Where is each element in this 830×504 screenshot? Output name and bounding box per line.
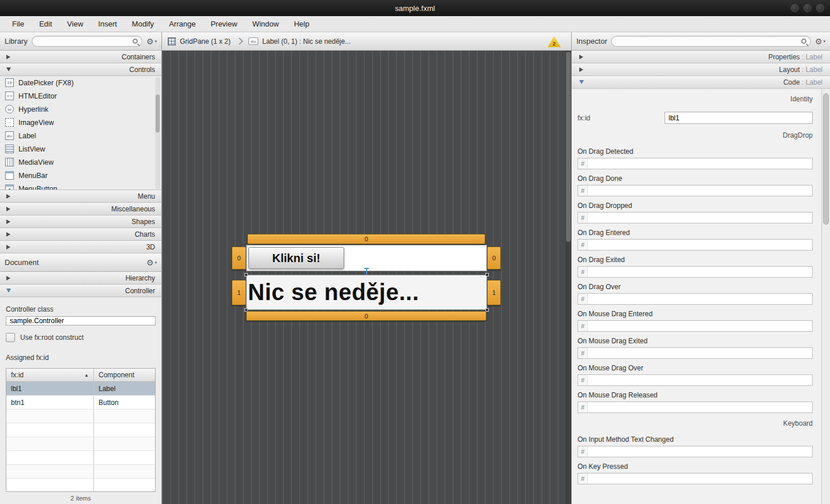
library-menu-button[interactable]: ⚙▾ — [146, 37, 157, 46]
selection-handle[interactable] — [244, 273, 248, 276]
section-controller[interactable]: Controller — [0, 285, 161, 297]
search-icon — [801, 39, 806, 44]
section-shapes[interactable]: Shapes — [0, 215, 161, 228]
keyboard-header: Keyboard — [572, 413, 813, 430]
grid-column-header[interactable]: 0 — [247, 234, 485, 244]
field-label: On Drag Over — [578, 283, 813, 291]
on-drag-done-input[interactable] — [588, 185, 812, 196]
breadcrumb: GridPane (1 x 2) abc Label (0, 1) : Nic … — [162, 32, 571, 51]
canvas-button[interactable]: Klikni si! — [248, 247, 344, 269]
library-item-label: Label — [18, 132, 36, 140]
menu-preview[interactable]: Preview — [203, 16, 244, 32]
on-mouse-drag-over-input[interactable] — [588, 375, 812, 385]
menu-modify[interactable]: Modify — [124, 16, 161, 32]
inspector-section-properties[interactable]: Properties : Label — [572, 51, 830, 63]
canvas-scrollbar-thumb[interactable] — [566, 52, 571, 242]
design-canvas[interactable]: 0 0 Klikni si! 0 1 — [162, 51, 571, 504]
section-containers[interactable]: Containers — [0, 51, 161, 63]
inspector-search-input[interactable] — [616, 38, 801, 45]
menu-edit[interactable]: Edit — [32, 16, 59, 32]
library-search-input[interactable] — [36, 38, 133, 45]
on-input-method-text-changed-input[interactable] — [588, 446, 812, 457]
hash-prefix: # — [578, 267, 588, 277]
minimize-button[interactable] — [791, 4, 799, 12]
table-row-lbl1[interactable]: lbl1 Label — [6, 382, 155, 396]
selection-handle[interactable] — [485, 273, 489, 276]
menubar-icon — [5, 171, 14, 180]
section-hierarchy[interactable]: Hierarchy — [0, 272, 161, 285]
grid-row1-left-label: 1 — [237, 289, 240, 296]
breadcrumb-label[interactable]: abc Label (0, 1) : Nic se neděje... — [248, 37, 350, 46]
section-menu-label: Menu — [14, 192, 155, 200]
on-drag-dropped-input[interactable] — [588, 213, 812, 223]
on-drag-entered-input[interactable] — [588, 240, 812, 250]
document-menu-button[interactable]: ⚙▾ — [146, 258, 157, 267]
on-mouse-drag-exited-input[interactable] — [588, 348, 812, 358]
dragdrop-header: DragDrop — [572, 125, 813, 142]
fxroot-checkbox[interactable] — [6, 333, 15, 342]
column-header-fxid[interactable]: fx:id ▲ — [6, 369, 94, 381]
library-item-mediaview[interactable]: MediaView — [0, 156, 161, 169]
fxid-input[interactable] — [665, 112, 813, 124]
inspector-panel: Inspector ⚙▾ Properties : Label Layout :… — [571, 32, 830, 504]
on-drag-detected-input[interactable] — [588, 158, 812, 169]
on-drag-exited-input[interactable] — [588, 267, 812, 277]
library-scrollbar[interactable] — [155, 77, 160, 189]
inspector-search[interactable] — [611, 36, 810, 47]
library-item-label: ListView — [18, 145, 45, 153]
field-on-drag-exited: On Drag Exited # — [578, 256, 813, 278]
section-menu[interactable]: Menu — [0, 190, 161, 203]
on-mouse-drag-released-input[interactable] — [588, 402, 812, 412]
menu-file[interactable]: File — [5, 16, 32, 32]
library-item-datepicker[interactable]: DatePicker (FX8) — [0, 76, 161, 89]
grid-row0-right-header[interactable]: 0 — [487, 247, 501, 270]
grid-row0-left-header[interactable]: 0 — [232, 247, 246, 270]
grid-row0-right-label: 0 — [492, 255, 496, 262]
maximize-button[interactable] — [803, 4, 812, 12]
breadcrumb-gridpane-label: GridPane (1 x 2) — [180, 37, 231, 46]
column-header-component[interactable]: Component — [94, 369, 155, 381]
library-search[interactable] — [32, 36, 142, 47]
on-drag-over-input[interactable] — [588, 294, 812, 304]
library-item-hyperlink[interactable]: Hyperlink — [0, 103, 161, 116]
library-item-menubutton[interactable]: MenuButton — [0, 182, 161, 190]
inspector-menu-button[interactable]: ⚙▾ — [815, 37, 825, 46]
chevron-right-icon — [6, 207, 10, 211]
section-controls[interactable]: Controls — [0, 63, 161, 76]
menu-arrange[interactable]: Arrange — [161, 16, 203, 32]
library-scrollbar-thumb[interactable] — [156, 94, 160, 132]
on-mouse-drag-entered-input[interactable] — [588, 321, 812, 331]
controller-class-input[interactable] — [6, 316, 156, 325]
menu-view[interactable]: View — [59, 16, 90, 32]
chevron-down-icon — [6, 289, 11, 293]
section-hierarchy-label: Hierarchy — [14, 274, 155, 282]
menu-insert[interactable]: Insert — [90, 16, 124, 32]
grid-row1-left-header[interactable]: 1 — [232, 280, 246, 305]
section-3d[interactable]: 3D — [0, 241, 161, 253]
library-item-menubar[interactable]: MenuBar — [0, 169, 161, 182]
section-miscellaneous[interactable]: Miscellaneous — [0, 203, 161, 215]
grid-bottom-header[interactable]: 0 — [246, 311, 486, 321]
library-item-label[interactable]: Label — [0, 129, 161, 142]
canvas-label-selected[interactable]: Nic se neděje... — [246, 275, 487, 310]
grid-row1-right-header[interactable]: 1 — [487, 280, 501, 305]
warning-badge[interactable]: 2 — [548, 36, 561, 47]
breadcrumb-gridpane[interactable]: GridPane (1 x 2) — [168, 37, 231, 46]
menu-window[interactable]: Window — [245, 16, 286, 32]
on-key-pressed-input[interactable] — [588, 473, 812, 484]
section-controller-label: Controller — [15, 287, 155, 295]
inspector-section-layout[interactable]: Layout : Label — [572, 63, 830, 76]
library-item-htmleditor[interactable]: HTMLEditor — [0, 89, 161, 103]
library-item-listview[interactable]: ListView — [0, 142, 161, 156]
close-button[interactable] — [816, 4, 824, 12]
field-label: On Drag Entered — [578, 229, 813, 237]
inspector-scrollbar[interactable] — [821, 89, 830, 504]
section-charts[interactable]: Charts — [0, 228, 161, 241]
field-on-mouse-drag-exited: On Mouse Drag Exited # — [578, 337, 813, 359]
inspector-scrollbar-thumb[interactable] — [823, 93, 829, 225]
inspector-section-code[interactable]: Code : Label — [572, 76, 830, 89]
library-item-imageview[interactable]: ImageView — [0, 116, 161, 129]
table-row-btn1[interactable]: btn1 Button — [6, 396, 155, 410]
menu-help[interactable]: Help — [286, 16, 317, 32]
canvas-scrollbar[interactable] — [565, 51, 571, 504]
